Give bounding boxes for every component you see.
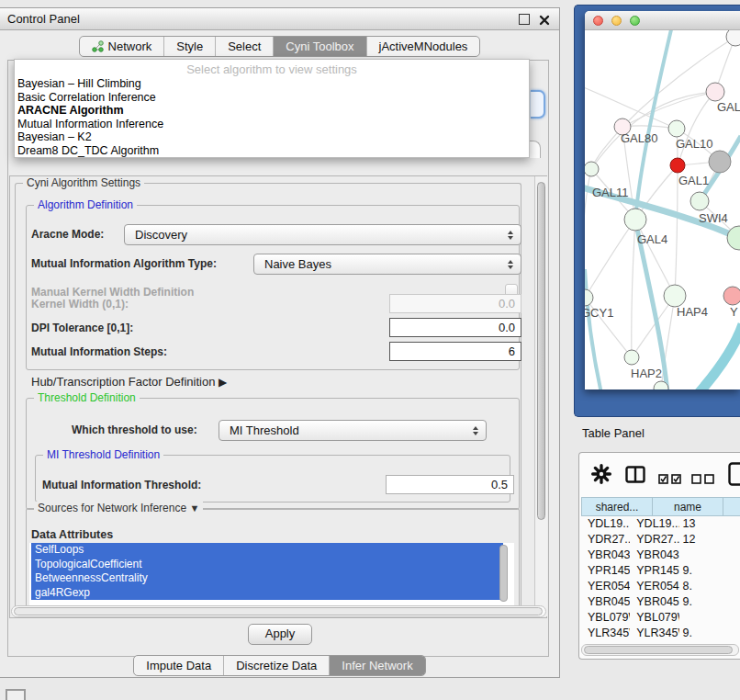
settings-horizontal-scrollbar[interactable]: [11, 605, 546, 617]
split-columns-icon[interactable]: [625, 466, 645, 487]
network-node-gal4[interactable]: [624, 209, 646, 231]
float-window-icon[interactable]: [519, 14, 530, 25]
network-node-gal1[interactable]: [670, 158, 685, 173]
table-scrollbar-thumb[interactable]: [584, 646, 733, 654]
table-body: YDL19...YDL19...13YDR27...YDR27...12YBR0…: [581, 516, 740, 657]
data-attributes-list[interactable]: SelfLoopsTopologicalCoefficientBetweenne…: [29, 543, 514, 607]
mi-steps-field[interactable]: 6: [389, 342, 521, 361]
algorithm-option[interactable]: Basic Correlation Inference: [15, 91, 529, 105]
network-node[interactable]: [726, 30, 740, 46]
network-node-gcy1[interactable]: [585, 289, 593, 306]
window-title: Control Panel: [7, 12, 80, 26]
combo-arrows-icon: [508, 231, 513, 240]
algorithm-option[interactable]: Bayesian – Hill Climbing: [15, 77, 529, 91]
desktop: { "colors": { "blue_label": "#2626cf", "…: [0, 0, 740, 700]
collapsed-arrow-icon: ▶: [219, 376, 227, 389]
network-window-titlebar: [585, 11, 740, 30]
node-label-hap4: HAP4: [677, 305, 708, 319]
network-node-gal10[interactable]: [668, 120, 685, 137]
combo-arrows-icon: [508, 260, 513, 269]
node-label-gal1: GAL1: [678, 174, 709, 187]
node-label-gal80: GAL80: [621, 131, 657, 145]
mi-type-combo[interactable]: Naive Bayes: [253, 254, 521, 275]
apply-button[interactable]: Apply: [248, 624, 312, 645]
tab-select[interactable]: Select: [216, 37, 274, 56]
mi-threshold-field[interactable]: 0.5: [386, 475, 514, 494]
combo-arrows-icon: [473, 426, 478, 435]
table-row[interactable]: YPR145WYPR145W9.: [581, 563, 740, 579]
data-attribute-item[interactable]: TopologicalCoefficient: [31, 558, 503, 572]
mi-type-value: Naive Bayes: [254, 257, 508, 271]
checked-columns-icon[interactable]: [658, 471, 682, 488]
table-row[interactable]: YBR045CYBR045C9.: [581, 594, 740, 610]
table-cell: 9.: [679, 563, 740, 579]
table-row[interactable]: YER054CYER054C8.: [581, 579, 740, 594]
algorithm-option[interactable]: Mutual Information Inference: [15, 118, 529, 131]
tab-discretize-data[interactable]: Discretize Data: [224, 656, 330, 675]
mi-type-label: Mutual Information Algorithm Type:: [31, 257, 217, 270]
aracne-mode-combo[interactable]: Discovery: [124, 224, 521, 245]
node-label-gal11: GAL11: [592, 186, 629, 199]
network-node-gal[interactable]: [706, 83, 724, 101]
algorithm-option[interactable]: Bayesian – K2: [15, 130, 529, 144]
float-palette-icon[interactable]: [6, 689, 26, 700]
table-row[interactable]: YLR345WYLR345W9.: [581, 626, 740, 641]
network-node-hap4[interactable]: [664, 285, 686, 307]
network-canvas[interactable]: GALGAL80GAL10GAL1GAL11GAL4SWI4YHAP4GCY1H…: [585, 30, 740, 390]
zoom-traffic-light-icon[interactable]: [630, 16, 640, 26]
attributes-list-scrollbar[interactable]: [499, 545, 508, 602]
table-cell: YBL079W: [581, 610, 630, 626]
algorithm-option[interactable]: ARACNE Algorithm: [15, 104, 529, 118]
algorithm-option[interactable]: Dream8 DC_TDC Algorithm: [15, 144, 529, 158]
table-row[interactable]: YBR043CYBR043C: [581, 548, 740, 563]
hub-definition-toggle[interactable]: Hub/Transcription Factor Definition ▶: [31, 375, 227, 389]
which-threshold-combo[interactable]: MI Threshold: [219, 420, 487, 441]
gear-icon[interactable]: [591, 464, 611, 488]
sources-title[interactable]: Sources for Network Inference ▼: [34, 502, 203, 514]
horizontal-scrollbar-thumb[interactable]: [14, 607, 543, 615]
network-node-gal11[interactable]: [585, 162, 599, 176]
table-row[interactable]: YDR27...YDR27...12: [581, 532, 740, 548]
tab-jactivemnodules[interactable]: jActiveMNodules: [367, 37, 480, 56]
tab-network[interactable]: Network: [80, 37, 165, 56]
unchecked-columns-icon[interactable]: [691, 471, 715, 488]
tab-cyni-toolbox[interactable]: Cyni Toolbox: [274, 37, 366, 56]
data-attribute-item[interactable]: BetweennessCentrality: [31, 571, 503, 586]
node-label-hap2: HAP2: [631, 367, 662, 380]
close-traffic-light-icon[interactable]: [593, 16, 603, 26]
table-row[interactable]: YBL079WYBL079W: [581, 610, 740, 626]
column-header[interactable]: name: [652, 497, 723, 516]
kernel-width-field[interactable]: 0.0: [389, 294, 521, 313]
data-attribute-item[interactable]: gal4RGexp: [31, 586, 503, 601]
manual-kernel-label: Manual Kernel Width Definition: [31, 286, 194, 299]
network-node[interactable]: [727, 226, 740, 250]
dpi-tolerance-field[interactable]: 0.0: [389, 318, 521, 337]
node-label-swi4: SWI4: [699, 211, 728, 225]
close-icon[interactable]: [539, 13, 550, 24]
aracne-mode-label: Aracne Mode:: [31, 228, 104, 241]
data-attribute-item[interactable]: SelfLoops: [31, 543, 503, 558]
network-node-swi4[interactable]: [690, 192, 709, 210]
column-header[interactable]: [723, 497, 740, 516]
vertical-scrollbar-thumb[interactable]: [537, 182, 545, 520]
which-threshold-label: Which threshold to use:: [72, 423, 197, 436]
hidden-combo-fragment: [531, 90, 545, 119]
table-cell: YBR043C: [581, 548, 630, 563]
minimize-traffic-light-icon[interactable]: [611, 16, 622, 26]
network-node-hap2[interactable]: [624, 350, 639, 365]
table-function-icon[interactable]: [728, 462, 740, 490]
tab-infer-network[interactable]: Infer Network: [330, 656, 424, 675]
table-cell: YDL19...: [581, 516, 630, 532]
network-node-y[interactable]: [723, 287, 740, 305]
network-graph: GALGAL80GAL10GAL1GAL11GAL4SWI4YHAP4GCY1H…: [585, 30, 740, 390]
tab-style[interactable]: Style: [164, 37, 216, 56]
tab-impute-data[interactable]: Impute Data: [134, 656, 224, 675]
mi-threshold-definition-title: MI Threshold Definition: [43, 448, 163, 461]
column-header[interactable]: shared...: [581, 497, 652, 516]
table-panel-title: Table Panel: [582, 426, 645, 440]
settings-vertical-scrollbar[interactable]: [534, 176, 547, 616]
network-node[interactable]: [709, 151, 731, 173]
table-row[interactable]: YDL19...YDL19...13: [581, 516, 740, 532]
table-cell: 9.: [679, 594, 740, 610]
table-horizontal-scrollbar[interactable]: [581, 644, 739, 656]
